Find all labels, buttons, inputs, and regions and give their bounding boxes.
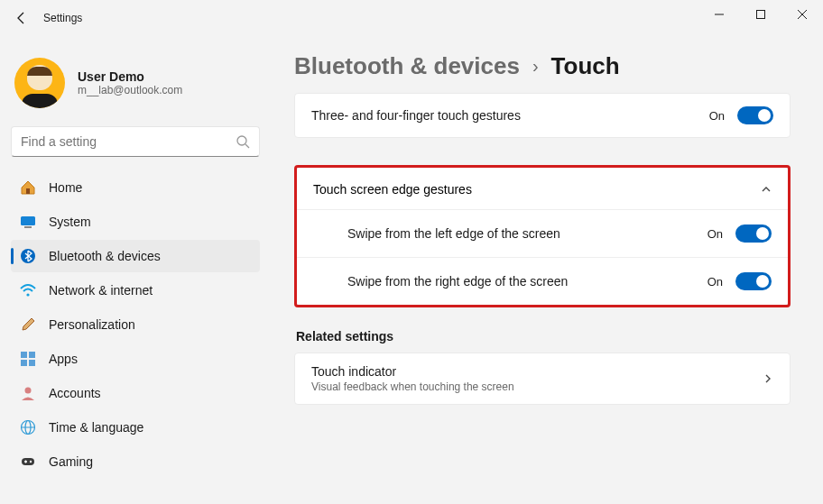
globe-icon	[20, 419, 36, 435]
sidebar-item-gaming[interactable]: Gaming	[11, 445, 260, 478]
svg-rect-1	[757, 11, 765, 19]
expander-title: Touch screen edge gestures	[313, 182, 472, 197]
maximize-button[interactable]	[740, 0, 781, 29]
nav-label: Bluetooth & devices	[49, 249, 161, 263]
toggle-state-label: On	[707, 275, 723, 289]
section-title-related: Related settings	[296, 329, 791, 344]
nav-label: Home	[49, 180, 82, 195]
search-icon	[236, 134, 250, 149]
sidebar: User Demo m__lab@outlook.com Home System…	[0, 36, 271, 504]
nav: Home System Bluetooth & devices Network …	[11, 171, 260, 478]
toggle-state-label: On	[709, 109, 725, 123]
wifi-icon	[20, 282, 36, 298]
nav-label: Accounts	[49, 386, 101, 400]
related-title: Touch indicator	[311, 364, 514, 379]
avatar	[14, 58, 65, 108]
setting-swipe-right: Swipe from the right edge of the screen …	[297, 258, 788, 305]
toggle-swipe-right[interactable]	[735, 272, 772, 290]
nav-label: Network & internet	[49, 283, 153, 298]
svg-rect-6	[24, 226, 32, 228]
svg-rect-10	[29, 352, 35, 358]
svg-point-18	[30, 461, 32, 463]
setting-swipe-left: Swipe from the left edge of the screen O…	[297, 210, 788, 257]
svg-line-3	[245, 144, 249, 148]
sidebar-item-accounts[interactable]: Accounts	[11, 377, 260, 409]
sidebar-item-personalization[interactable]: Personalization	[11, 308, 260, 341]
back-button[interactable]	[4, 0, 40, 36]
setting-label: Swipe from the left edge of the screen	[347, 226, 560, 241]
arrow-left-icon	[14, 11, 29, 25]
breadcrumb: Bluetooth & devices › Touch	[294, 52, 791, 80]
apps-icon	[20, 351, 36, 367]
svg-rect-17	[22, 458, 34, 465]
expander-edge-gestures[interactable]: Touch screen edge gestures	[297, 168, 788, 209]
related-touch-indicator[interactable]: Touch indicator Visual feedback when tou…	[294, 353, 791, 405]
gaming-icon	[20, 454, 36, 470]
svg-rect-9	[21, 352, 27, 358]
toggle-multifinger[interactable]	[737, 106, 773, 124]
window-controls	[698, 0, 823, 29]
svg-rect-11	[21, 360, 27, 366]
sidebar-item-network[interactable]: Network & internet	[11, 274, 260, 307]
system-icon	[20, 214, 36, 230]
sidebar-item-time-language[interactable]: Time & language	[11, 411, 260, 444]
chevron-right-icon: ›	[532, 56, 539, 77]
nav-label: Time & language	[49, 420, 143, 435]
svg-rect-12	[29, 360, 35, 366]
search-input[interactable]	[21, 134, 236, 149]
setting-label: Swipe from the right edge of the screen	[347, 274, 568, 289]
highlighted-section: Touch screen edge gestures Swipe from th…	[294, 165, 791, 307]
minimize-button[interactable]	[698, 0, 740, 29]
chevron-up-icon	[761, 184, 772, 195]
svg-point-8	[26, 293, 29, 296]
window-title: Settings	[43, 12, 82, 24]
svg-rect-4	[26, 188, 30, 194]
breadcrumb-parent[interactable]: Bluetooth & devices	[294, 52, 520, 80]
breadcrumb-current: Touch	[551, 52, 620, 80]
svg-rect-5	[21, 216, 35, 225]
search-box[interactable]	[11, 126, 260, 157]
sidebar-item-home[interactable]: Home	[11, 171, 260, 204]
bluetooth-icon	[20, 248, 36, 264]
nav-label: System	[49, 215, 91, 229]
user-block[interactable]: User Demo m__lab@outlook.com	[14, 58, 260, 108]
content: Bluetooth & devices › Touch Three- and f…	[271, 36, 823, 504]
accounts-icon	[20, 385, 36, 401]
close-button[interactable]	[781, 0, 823, 29]
sidebar-item-bluetooth-devices[interactable]: Bluetooth & devices	[11, 240, 260, 272]
brush-icon	[20, 316, 36, 333]
svg-point-13	[25, 388, 32, 394]
home-icon	[20, 179, 36, 196]
nav-label: Gaming	[49, 454, 93, 469]
user-email: m__lab@outlook.com	[78, 84, 182, 96]
toggle-state-label: On	[707, 227, 723, 241]
toggle-swipe-left[interactable]	[735, 225, 772, 243]
nav-label: Personalization	[49, 317, 135, 332]
related-subtitle: Visual feedback when touching the screen	[311, 380, 514, 393]
sidebar-item-apps[interactable]: Apps	[11, 343, 260, 375]
setting-label: Three- and four-finger touch gestures	[311, 108, 521, 123]
sidebar-item-system[interactable]: System	[11, 206, 260, 238]
user-name: User Demo	[78, 69, 182, 84]
setting-multifinger: Three- and four-finger touch gestures On	[294, 93, 791, 138]
svg-point-2	[237, 136, 246, 145]
nav-label: Apps	[49, 352, 78, 366]
chevron-right-icon	[763, 373, 773, 384]
